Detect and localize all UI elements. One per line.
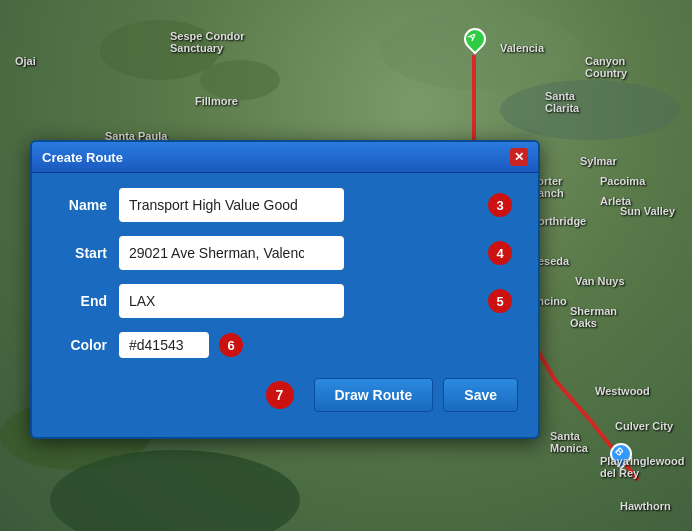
map-label: Santa Monica	[550, 430, 588, 454]
color-value: #d41543	[119, 332, 209, 358]
color-row: Color #d41543 6	[52, 332, 518, 358]
marker-a: A	[464, 28, 486, 56]
map-label: Santa Clarita	[545, 90, 579, 114]
create-route-dialog: Create Route ✕ Name 3 Start 4 End 5	[30, 140, 540, 439]
save-button[interactable]: Save	[443, 378, 518, 412]
map-label: Sylmar	[580, 155, 617, 167]
map-label: Pacoima	[600, 175, 645, 187]
step-5-badge: 5	[488, 289, 512, 313]
step-3-badge: 3	[488, 193, 512, 217]
start-row: Start 4	[52, 236, 518, 270]
step-4-badge: 4	[488, 241, 512, 265]
name-label: Name	[52, 197, 107, 213]
color-label: Color	[52, 337, 107, 353]
end-input[interactable]	[119, 284, 344, 318]
end-row: End 5	[52, 284, 518, 318]
map-label: Sespe Condor Sanctuary	[170, 30, 245, 54]
dialog-body: Name 3 Start 4 End 5 Color #d41543	[32, 173, 538, 437]
start-label: Start	[52, 245, 107, 261]
start-input-wrapper: 4	[119, 236, 518, 270]
map-label: Ojai	[15, 55, 36, 67]
end-label: End	[52, 293, 107, 309]
map-label: Canyon Country	[585, 55, 627, 79]
start-input[interactable]	[119, 236, 344, 270]
map-label: Sherman Oaks	[570, 305, 617, 329]
end-input-wrapper: 5	[119, 284, 518, 318]
dialog-title: Create Route	[42, 150, 123, 165]
map-label: Fillmore	[195, 95, 238, 107]
map-label: Inglewood	[630, 455, 684, 467]
map-label: Hawthorn	[620, 500, 671, 512]
step-6-badge: 6	[219, 333, 243, 357]
name-input-wrapper: 3	[119, 188, 518, 222]
draw-route-button[interactable]: Draw Route	[314, 378, 434, 412]
name-row: Name 3	[52, 188, 518, 222]
map-label: Valencia	[500, 42, 544, 54]
dialog-title-bar: Create Route ✕	[32, 142, 538, 173]
map-label: Westwood	[595, 385, 650, 397]
dialog-footer: 7 Draw Route Save	[52, 378, 518, 417]
step-7-badge: 7	[266, 381, 294, 409]
close-button[interactable]: ✕	[510, 148, 528, 166]
name-input[interactable]	[119, 188, 344, 222]
map-label: Van Nuys	[575, 275, 625, 287]
map-label: Sun Valley	[620, 205, 675, 217]
map-label: Culver City	[615, 420, 673, 432]
